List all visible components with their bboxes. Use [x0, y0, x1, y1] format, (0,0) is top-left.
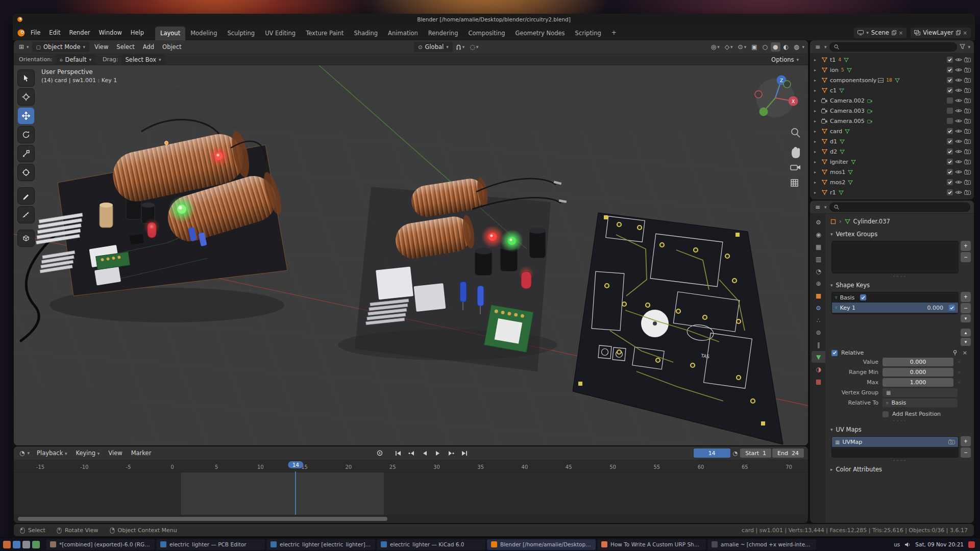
- topbar-menu-item[interactable]: Render: [65, 28, 94, 38]
- hide-viewport-eye-icon[interactable]: [955, 129, 962, 134]
- hide-viewport-eye-icon[interactable]: [955, 190, 962, 195]
- outliner-row[interactable]: ▸ r1: [810, 187, 974, 197]
- taskbar-window-button[interactable]: How To Write A Custom URP Shader With DO…: [597, 539, 706, 550]
- outliner-row[interactable]: ▸ card: [810, 126, 974, 136]
- properties-tab[interactable]: ⚙: [812, 302, 825, 314]
- expand-arrow-icon[interactable]: ▸: [814, 149, 819, 154]
- outliner-search-input[interactable]: [829, 42, 958, 52]
- expand-arrow-icon[interactable]: ▸: [814, 180, 819, 185]
- shading-wireframe-icon[interactable]: ○: [761, 42, 770, 52]
- expand-arrow-icon[interactable]: ▸: [814, 139, 819, 144]
- object-name[interactable]: d1: [830, 138, 837, 145]
- jump-to-end-button[interactable]: [458, 448, 471, 458]
- expand-arrow-icon[interactable]: ▸: [814, 129, 819, 134]
- shading-rendered-icon[interactable]: ◍: [792, 42, 801, 52]
- outliner-row[interactable]: ▸ ion 5: [810, 65, 974, 75]
- orientation-dropdown[interactable]: ⌂Default▾: [56, 55, 95, 65]
- object-name[interactable]: d2: [830, 148, 837, 155]
- properties-tab[interactable]: ■: [812, 290, 825, 302]
- jump-to-start-button[interactable]: [392, 448, 404, 458]
- properties-tab[interactable]: ⊚: [812, 327, 825, 338]
- workspace-tab[interactable]: Texture Paint: [301, 27, 349, 40]
- disable-render-camera-icon[interactable]: [964, 139, 971, 144]
- disable-render-camera-icon[interactable]: [964, 169, 971, 174]
- value-field[interactable]: 0.000: [883, 358, 953, 366]
- object-name[interactable]: mos1: [830, 169, 845, 176]
- expand-arrow-icon[interactable]: ▸: [814, 88, 819, 93]
- perspective-grid-icon[interactable]: [791, 180, 798, 186]
- workspace-tab[interactable]: Rendering: [423, 27, 463, 40]
- add-shape-key-button[interactable]: +: [961, 292, 971, 302]
- add-vertex-group-button[interactable]: +: [961, 241, 971, 251]
- properties-tab[interactable]: ▼: [812, 351, 825, 363]
- selectable-checkbox[interactable]: [948, 79, 952, 82]
- uv-maps-list[interactable]: ▦ UVMap: [831, 436, 959, 458]
- viewport-canvas[interactable]: TAS Z X: [14, 65, 808, 445]
- frame-end-field[interactable]: End24: [772, 448, 804, 458]
- disable-render-camera-icon[interactable]: [964, 118, 971, 123]
- previous-keyframe-button[interactable]: [405, 448, 418, 458]
- vertex-groups-list[interactable]: [831, 241, 959, 273]
- options-dropdown[interactable]: Options▾: [767, 55, 803, 65]
- hide-viewport-eye-icon[interactable]: [955, 159, 962, 164]
- viewport-menu-item[interactable]: Select: [112, 42, 138, 52]
- hide-viewport-eye-icon[interactable]: [955, 108, 962, 113]
- shape-key-specials-button[interactable]: ▾: [961, 314, 971, 322]
- expand-arrow-icon[interactable]: ▸: [814, 119, 819, 123]
- add-rest-position-checkbox[interactable]: [883, 411, 889, 417]
- xray-toggle-icon[interactable]: ▣: [749, 42, 759, 52]
- disable-render-camera-icon[interactable]: [964, 67, 971, 72]
- disable-render-camera-icon[interactable]: [964, 88, 971, 93]
- topbar-menu-item[interactable]: Help: [127, 28, 148, 38]
- taskbar-window-button[interactable]: electric_lighter — KiCad 6.0: [377, 539, 485, 550]
- object-name[interactable]: igniter: [830, 159, 848, 165]
- keyboard-layout-indicator[interactable]: us: [894, 541, 900, 547]
- workspace-tab[interactable]: Sculpting: [222, 27, 260, 40]
- taskbar-window-button[interactable]: *[combined] (exported)-6.0 (RGB color 8-…: [46, 539, 155, 550]
- outliner-row[interactable]: ▸ Camera.003: [810, 106, 974, 116]
- object-name[interactable]: Camera.005: [830, 118, 865, 124]
- next-keyframe-button[interactable]: [445, 448, 457, 458]
- play-reverse-button[interactable]: [419, 448, 431, 458]
- remove-shape-key-button[interactable]: −: [961, 303, 971, 313]
- workspace-tab[interactable]: Animation: [383, 27, 423, 40]
- object-name[interactable]: componentsonly: [830, 77, 876, 84]
- outliner-row[interactable]: ▸ igniter: [810, 157, 974, 167]
- move-tool[interactable]: [17, 107, 35, 124]
- snap-magnet-icon[interactable]: ▾: [454, 43, 467, 51]
- range-min-field[interactable]: 0.000: [883, 368, 953, 377]
- unlink-scene-icon[interactable]: ×: [899, 30, 903, 36]
- remove-uv-map-button[interactable]: −: [961, 447, 971, 458]
- shape-key-mute-checkbox[interactable]: [860, 294, 866, 300]
- selectable-checkbox[interactable]: [948, 58, 952, 62]
- shape-keys-header[interactable]: ▾Shape Keys: [829, 280, 971, 291]
- disable-render-camera-icon[interactable]: [964, 190, 971, 195]
- shape-key-value[interactable]: 0.000: [927, 305, 944, 311]
- move-shape-key-up-button[interactable]: ▴: [961, 329, 971, 337]
- play-button[interactable]: [432, 448, 444, 458]
- uv-maps-header[interactable]: ▾UV Maps: [829, 424, 971, 435]
- expand-arrow-icon[interactable]: ▸: [814, 160, 819, 164]
- move-shape-key-down-button[interactable]: ▾: [961, 338, 971, 346]
- properties-editor-icon[interactable]: ≡: [814, 203, 822, 212]
- object-icon[interactable]: [830, 219, 836, 224]
- outliner-row[interactable]: ▸ Camera.005: [810, 116, 974, 126]
- selectable-checkbox[interactable]: [948, 150, 952, 154]
- outliner-row[interactable]: ▸ d2: [810, 146, 974, 157]
- hide-viewport-eye-icon[interactable]: [955, 98, 962, 103]
- hide-viewport-eye-icon[interactable]: [955, 57, 962, 62]
- selectable-checkbox[interactable]: [948, 191, 952, 194]
- outliner-row[interactable]: ▸ componentsonly 18: [810, 75, 974, 85]
- shape-keys-list[interactable]: ▿ Basis ▿ Key 1 0.000: [831, 292, 959, 314]
- active-render-camera-icon[interactable]: [948, 439, 955, 444]
- workspace-tab[interactable]: Compositing: [463, 27, 510, 40]
- disable-render-camera-icon[interactable]: [964, 57, 971, 62]
- properties-tab[interactable]: ◑: [812, 363, 825, 375]
- new-viewlayer-icon[interactable]: [956, 30, 961, 35]
- timeline-ruler[interactable]: -15-10-50510152025303540455055606570: [14, 460, 808, 472]
- auto-keying-button[interactable]: [374, 448, 386, 458]
- hide-viewport-eye-icon[interactable]: [955, 180, 962, 185]
- blender-logo[interactable]: [17, 29, 26, 37]
- taskbar-window-button[interactable]: amalie ~ [chmod +x weird-internet-issues…: [707, 539, 816, 550]
- vertex-groups-header[interactable]: ▾Vertex Groups: [829, 229, 971, 240]
